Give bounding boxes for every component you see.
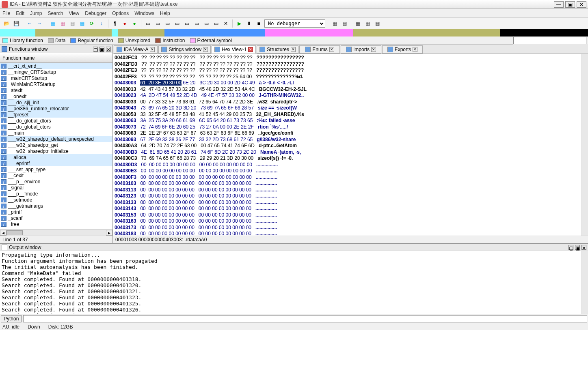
hex-row[interactable]: 00403073 72 74 69 6F 6E 20 60 25 73 27 0… — [115, 124, 580, 131]
maximize-button[interactable]: ▣ — [565, 1, 575, 8]
tab-hex-view-1[interactable]: Hex View-1✕ — [212, 45, 256, 54]
function-row[interactable]: f___p__environ — [0, 178, 112, 185]
tab-close-icon[interactable]: ✕ — [291, 47, 296, 52]
hex-row[interactable]: 00403093 67 2F 69 33 38 36 2F 77 33 32 2… — [115, 137, 580, 143]
tool-icon[interactable]: ▭ — [144, 19, 152, 28]
functions-hscroll[interactable]: ◂ ▸ — [0, 229, 112, 236]
output-vscroll[interactable] — [582, 251, 588, 314]
menu-edit[interactable]: Edit — [16, 11, 24, 16]
hex-row[interactable]: 00403123 00 00 00 00 00 00 00 00 00 00 0… — [115, 193, 580, 200]
function-row[interactable]: f__main — [0, 130, 112, 136]
hex-row[interactable]: 00403003 61 20 3E 20 30 00 6E 20 3C 20 3… — [115, 80, 580, 86]
function-row[interactable]: f__cexit — [0, 172, 112, 178]
tool-icon[interactable]: ▦ — [68, 19, 76, 28]
output-body[interactable]: Propagating type information... Function… — [0, 251, 582, 314]
stop-icon[interactable]: ■ — [255, 19, 263, 28]
menu-file[interactable]: File — [2, 11, 10, 16]
hex-row[interactable]: 00402FF3 ?? ?? ?? ?? ?? ?? ?? ?? ?? ?? ?… — [115, 74, 580, 80]
menu-search[interactable]: Search — [48, 11, 63, 16]
tool-icon[interactable]: ▦ — [58, 19, 67, 28]
hex-row[interactable]: 00403113 00 00 00 00 00 00 00 00 00 00 0… — [115, 187, 580, 193]
hex-row[interactable]: 00403183 00 00 00 00 00 00 00 00 00 00 0… — [115, 231, 580, 236]
function-row[interactable]: f___getmainargs — [0, 203, 112, 209]
scroll-left-icon[interactable]: ◂ — [0, 230, 6, 236]
save-icon[interactable]: 💾 — [12, 19, 20, 28]
tool-icon[interactable]: ▦ — [340, 19, 348, 28]
menu-debugger[interactable]: Debugger — [85, 11, 106, 16]
function-row[interactable]: f___set_app_type — [0, 166, 112, 172]
tool-icon[interactable]: ▦ — [78, 19, 86, 28]
tool-icon[interactable]: ✕ — [222, 19, 230, 28]
menu-view[interactable]: View — [69, 11, 79, 16]
nav-segment[interactable] — [0, 29, 35, 36]
menu-windows[interactable]: Windows — [134, 11, 154, 16]
function-row[interactable]: f_mainCRTStartup — [0, 75, 112, 81]
tab-close-icon[interactable]: ✕ — [371, 47, 376, 52]
hex-row[interactable]: 00403163 00 00 00 00 00 00 00 00 00 00 0… — [115, 218, 580, 225]
function-row[interactable]: f___p__fmode — [0, 191, 112, 197]
hex-row[interactable]: 00403133 00 00 00 00 00 00 00 00 00 00 0… — [115, 200, 580, 206]
hex-row[interactable]: 004030E3 00 00 00 00 00 00 00 00 00 00 0… — [115, 168, 580, 174]
function-row[interactable]: f_scanf — [0, 215, 112, 221]
panel-undock-button[interactable]: ▢ — [569, 245, 573, 250]
nav-segment[interactable] — [500, 29, 588, 36]
forward-icon[interactable]: → — [35, 19, 43, 28]
panel-close-button[interactable]: ✕ — [106, 47, 111, 52]
nav-segment[interactable] — [118, 29, 165, 36]
go-icon[interactable]: ● — [130, 19, 138, 28]
function-row[interactable]: f__pei386_runtime_relocator — [0, 105, 112, 112]
tool-icon[interactable]: ▭ — [192, 19, 201, 28]
tab-exports[interactable]: Exports✕ — [382, 45, 423, 54]
hex-row[interactable]: 00403153 00 00 00 00 00 00 00 00 00 00 0… — [115, 212, 580, 219]
scroll-right-icon[interactable]: ▸ — [106, 230, 112, 236]
python-button[interactable]: Python — [1, 315, 22, 322]
function-row[interactable]: f_free — [0, 221, 112, 227]
scroll-thumb[interactable] — [6, 230, 23, 235]
tab-imports[interactable]: Imports✕ — [341, 45, 381, 54]
tool-icon[interactable]: ▭ — [173, 19, 181, 28]
function-row[interactable]: f__fpreset — [0, 112, 112, 118]
function-row[interactable]: f___eprintf — [0, 160, 112, 166]
tab-close-icon[interactable]: ✕ — [203, 47, 208, 52]
tab-close-icon[interactable]: ✕ — [248, 47, 253, 52]
hex-row[interactable]: 00403013 42 47 43 43 57 33 32 2D 45 48 2… — [115, 86, 580, 93]
function-row[interactable]: f_signal — [0, 185, 112, 191]
tool-icon[interactable]: ▦ — [363, 19, 372, 28]
tool-icon[interactable]: ▦ — [373, 19, 381, 28]
tool-icon[interactable]: ▦ — [49, 19, 57, 28]
nav-segment[interactable] — [353, 29, 500, 36]
hex-row[interactable]: 004030B3 4E 61 6D 65 41 20 28 61 74 6F 6… — [115, 149, 580, 156]
hex-row[interactable]: 00403063 3A 25 75 3A 20 66 61 69 6C 65 6… — [115, 118, 580, 124]
tab-close-icon[interactable]: ✕ — [329, 47, 334, 52]
menu-options[interactable]: Options — [112, 11, 129, 16]
function-row[interactable]: f___do_global_ctors — [0, 124, 112, 130]
tool-icon[interactable]: ▦ — [354, 19, 362, 28]
legend-dropdown[interactable] — [513, 37, 586, 44]
hex-row[interactable]: 00403083 2E 2E 2F 67 63 63 2F 67 63 63 2… — [115, 130, 580, 137]
hex-row[interactable]: 00403143 00 00 00 00 00 00 00 00 00 00 0… — [115, 206, 580, 212]
tab-close-icon[interactable]: ✕ — [150, 47, 155, 52]
tool-icon[interactable]: ▭ — [163, 19, 171, 28]
tool-icon[interactable]: ▭ — [153, 19, 162, 28]
menu-jump[interactable]: Jump — [30, 11, 42, 16]
panel-undock-button[interactable]: ▢ — [93, 47, 98, 52]
function-row[interactable]: f___w32_sharedptr_initialize — [0, 148, 112, 154]
pause-icon[interactable]: ⏸ — [245, 19, 253, 28]
nav-segment[interactable] — [164, 29, 264, 36]
tool-icon[interactable]: ▭ — [212, 19, 220, 28]
hex-row[interactable]: 00403103 00 00 00 00 00 00 00 00 00 00 0… — [115, 180, 580, 187]
tool-icon[interactable]: ▦ — [331, 19, 339, 28]
nav-segment[interactable] — [112, 29, 117, 36]
function-row[interactable]: f___do_global_dtors — [0, 118, 112, 124]
minimize-button[interactable]: — — [554, 1, 564, 8]
hex-row[interactable]: 00402FC3 ?? ?? ?? ?? ?? ?? ?? ?? ?? ?? ?… — [115, 55, 580, 61]
panel-max-button[interactable]: ▣ — [575, 245, 580, 250]
tab-strings-window[interactable]: Strings window✕ — [158, 45, 211, 54]
hex-row[interactable]: 00403173 00 00 00 00 00 00 00 00 00 00 0… — [115, 225, 580, 231]
tab-enums[interactable]: Enums✕ — [299, 45, 340, 54]
function-row[interactable]: f___w32_sharedptr_get — [0, 142, 112, 148]
hex-vscroll[interactable] — [582, 54, 588, 236]
close-button[interactable]: ✕ — [577, 1, 586, 8]
functions-list[interactable]: f__crt_xt_end__f__mingw_CRTStartupf_main… — [0, 63, 112, 229]
panel-close-button[interactable]: ✕ — [582, 245, 586, 250]
